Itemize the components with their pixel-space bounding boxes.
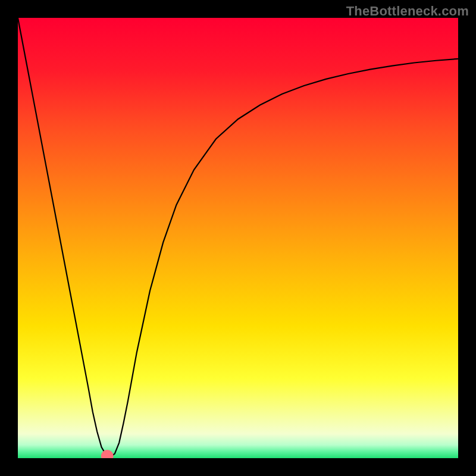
frame-bottom <box>0 458 476 476</box>
frame-right <box>458 0 476 476</box>
bottleneck-curve <box>18 18 458 457</box>
plot-area <box>18 18 458 458</box>
bottleneck-chart: TheBottleneck.com <box>0 0 476 476</box>
minimum-marker <box>101 450 114 458</box>
curve-layer <box>18 18 458 458</box>
frame-left <box>0 0 18 476</box>
watermark-text: TheBottleneck.com <box>346 4 469 19</box>
